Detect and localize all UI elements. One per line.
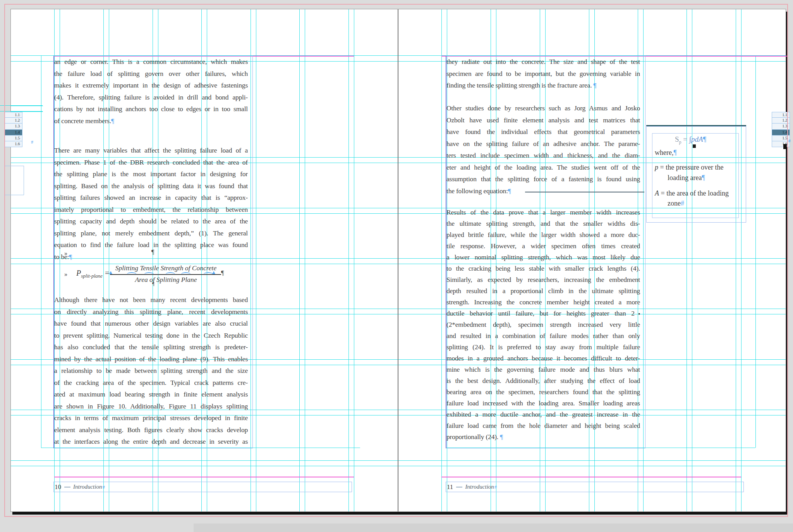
section-name: Introduction (73, 484, 102, 490)
guide-vertical[interactable] (354, 9, 354, 511)
equation-S: Sp (675, 135, 681, 143)
section-list-item[interactable]: 1.5· (4, 136, 22, 141)
hidden-char-tick: · (20, 137, 21, 140)
section-list-right[interactable]: 1.1·1.2·1.3·1.4·1.5·1.6· (772, 112, 790, 147)
guide[interactable] (0, 111, 43, 112)
section-list-item[interactable]: 1.4· (772, 130, 790, 136)
section-list-item[interactable]: 1.6· (4, 141, 22, 147)
text-line: are shown in Figure 10. Additionally, Fi… (54, 400, 248, 412)
text-line: to the cracking being less stable with s… (446, 263, 640, 274)
text-line: splitting. Based on the analysis of spli… (54, 180, 248, 192)
hidden-char-tick: · (787, 119, 788, 122)
end-of-story-marker: # (31, 139, 33, 145)
guide-vertical[interactable] (348, 9, 349, 511)
guide-vertical[interactable] (741, 9, 742, 511)
sidebar-def-A: A = the area of the loading (655, 189, 729, 197)
text-line: Ozbolt have used finite element analysis… (446, 114, 640, 126)
text-line: have found that numerous other design va… (54, 317, 248, 329)
hidden-char-tick: · (20, 125, 21, 128)
guide-vertical[interactable] (692, 9, 692, 511)
footer-dash (64, 487, 70, 487)
section-list-item[interactable]: 1.4· (4, 130, 22, 136)
tab-marker: » (64, 271, 67, 278)
page-spine (398, 9, 398, 511)
guide-vertical[interactable] (736, 9, 736, 511)
guide-vertical[interactable] (755, 56, 756, 448)
text-line: exhibited a more ductile anchor, and the… (446, 409, 640, 420)
text-line: depth resulted in a proportional climb i… (446, 285, 640, 297)
text-line: specimen. Phase 1 of the DBR research co… (54, 156, 248, 168)
equation-subscript: split-plane (81, 273, 103, 279)
equation-denominator[interactable]: Area of Splitting Plane (111, 276, 221, 284)
margin-guide[interactable] (54, 477, 354, 477)
equation-lhs[interactable]: Psplit-plane = (76, 269, 110, 279)
guide-vertical[interactable] (305, 9, 305, 511)
text-line: ated at maximum load bearing strength in… (54, 388, 248, 400)
sidebar-def-p: p = the pressure over the (655, 163, 724, 172)
text-line: There are many variables that affect the… (54, 144, 248, 156)
margin-guide[interactable] (441, 477, 741, 477)
text-line: finding the tensile splitting strength i… (446, 79, 640, 91)
footer-left-page[interactable]: 10 Introduction # (53, 482, 352, 492)
section-list-item[interactable]: 1.2· (4, 118, 22, 124)
text-line: splitting capacity and depth should be r… (54, 215, 248, 227)
text-line: of the cracking area of the specimen. Ty… (54, 377, 248, 389)
text-line: an edge or corner. This is a common circ… (54, 56, 248, 68)
guide[interactable] (0, 105, 43, 106)
text-line: ters tested include specimen width and t… (446, 149, 640, 161)
section-list-item[interactable]: 1.6· (772, 141, 790, 147)
footer-right-page[interactable]: 11 Introduction # (446, 482, 744, 492)
section-name: Introduction (465, 484, 494, 490)
hidden-char-tick: · (20, 142, 21, 146)
text-line: the splitting plane is the most importan… (54, 168, 248, 180)
paragraph: Results of the data prove that a larger … (446, 207, 640, 443)
guide-vertical[interactable] (441, 9, 442, 511)
page-number: 10 (55, 483, 61, 491)
pilcrow-marker: ¶ (152, 281, 154, 287)
section-list-item[interactable]: 1.1· (4, 112, 22, 118)
text-line: a lower nominal splitting strength, whic… (446, 252, 640, 263)
text-line: cations by not installing anchors too cl… (54, 103, 248, 115)
empty-frame[interactable] (4, 166, 24, 195)
tab-leader-mark (204, 272, 213, 276)
guide-vertical[interactable] (299, 9, 300, 511)
text-line: imately proportional to embedment, the r… (54, 204, 248, 216)
sidebar-def-A-cont: zone# (668, 199, 684, 208)
section-list-item[interactable]: 1.5· (772, 136, 790, 141)
tab-leader-mark (166, 272, 175, 276)
section-list-left[interactable]: 1.1·1.2·1.3·1.4·1.5·1.6· (4, 112, 22, 147)
pilcrow-marker: ¶ (703, 135, 707, 143)
pilcrow-marker: ¶ (151, 249, 154, 256)
tab-arrow-mark (212, 271, 215, 274)
text-line: element analysis testing. Both figures c… (54, 424, 248, 436)
equation-numerator[interactable]: Splitting Tensile Strength of Concrete (111, 264, 221, 272)
text-line: bearing area on the specimen, researcher… (446, 386, 640, 398)
tab-leader-mark (144, 272, 154, 276)
equation-P: P (76, 269, 81, 277)
pasteboard-shade (194, 523, 793, 532)
hidden-char-tick: · (20, 119, 21, 122)
guide-horizontal[interactable] (11, 106, 43, 106)
sidebar-equation[interactable]: Sp = ∫pdA¶ (675, 135, 706, 145)
end-of-story-marker: # (102, 484, 105, 490)
hidden-char-tick: · (20, 131, 21, 134)
text-line: splitting plane, not merely embedment de… (54, 227, 248, 239)
section-list-item[interactable]: 1.3· (4, 124, 22, 129)
text-line: proportionally (24). ¶ (446, 431, 640, 443)
document-spread[interactable]: an edge or corner. This is a common circ… (10, 9, 786, 512)
section-list-item[interactable]: 1.2· (772, 118, 790, 124)
pasteboard-object[interactable] (783, 144, 787, 149)
text-line: the failure load of splitting govern ove… (54, 68, 248, 80)
section-list-item[interactable]: 1.3· (772, 124, 790, 129)
section-list-item[interactable]: 1.1· (772, 112, 790, 118)
text-line: on directly analyzing this splitting pla… (54, 306, 248, 318)
guide-vertical[interactable] (41, 56, 41, 448)
equation-separator-rule[interactable] (525, 192, 644, 192)
text-line: have on the splitting failure of an adhe… (446, 138, 640, 150)
text-line: specimen are found to be important, but … (446, 68, 640, 80)
text-line: has also concluded that the tensile spli… (54, 341, 248, 353)
guide-vertical[interactable] (256, 9, 256, 511)
sidebar-top-rule[interactable] (646, 125, 746, 126)
text-line: cracks in terms of maximum principal str… (54, 412, 248, 424)
guide-vertical[interactable] (687, 9, 687, 511)
